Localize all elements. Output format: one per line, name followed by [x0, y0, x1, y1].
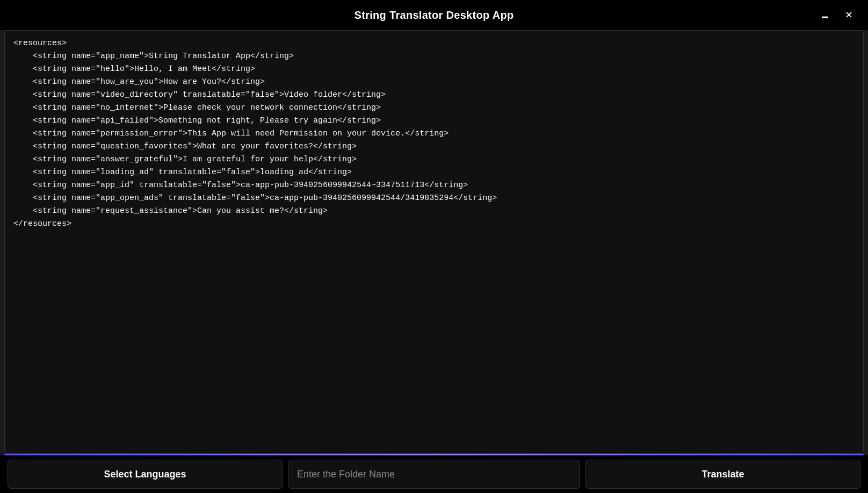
strings-textarea[interactable]: [5, 31, 863, 453]
select-languages-button[interactable]: Select Languages: [8, 460, 283, 489]
title-bar: String Translator Desktop App 🗕 ✕: [0, 0, 868, 30]
window-controls: 🗕 ✕: [816, 8, 857, 22]
title-bar-pill: String Translator Desktop App: [246, 0, 622, 30]
text-area-wrapper: [5, 31, 863, 453]
folder-name-input[interactable]: [288, 460, 580, 489]
bottom-bar: Select Languages Translate: [0, 455, 868, 493]
translate-button[interactable]: Translate: [585, 460, 860, 489]
minimize-button[interactable]: 🗕: [816, 8, 834, 22]
app-title: String Translator Desktop App: [355, 9, 514, 22]
main-content-area: [4, 30, 864, 454]
close-button[interactable]: ✕: [841, 8, 857, 22]
